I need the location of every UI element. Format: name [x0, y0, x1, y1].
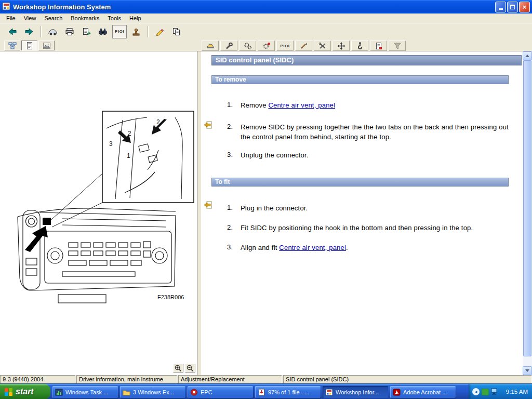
search-button[interactable]	[96, 25, 110, 38]
lift-button[interactable]	[351, 41, 368, 51]
status-category: Driver information, main instrume	[76, 375, 177, 383]
menu-view[interactable]: View	[20, 14, 41, 22]
menu-bar: File View Search Bookmarks Tools Help	[0, 14, 532, 23]
task-windows-explorer-group[interactable]: 3 Windows Ex...	[120, 386, 185, 398]
tray-network-icon[interactable]	[491, 388, 499, 396]
step-text-pre: Remove	[241, 101, 268, 109]
report-button[interactable]	[370, 41, 387, 51]
status-document: SID control panel (SIDC)	[283, 375, 532, 383]
adjustment-button[interactable]	[220, 41, 237, 51]
task-epc[interactable]: EPC	[188, 386, 253, 398]
export-document-button[interactable]	[79, 25, 94, 38]
document-icon	[82, 28, 91, 36]
move-button[interactable]	[332, 41, 350, 51]
side-pioi-button[interactable]: PIOI	[276, 41, 294, 51]
gear-alert-icon	[262, 42, 271, 50]
fit-step-3: 3. Align and fit Centre air vent, panel.	[227, 243, 518, 253]
minimize-button[interactable]	[495, 2, 506, 12]
app-icon	[2, 2, 10, 11]
svg-text:2: 2	[128, 130, 131, 137]
brush-button[interactable]	[295, 41, 312, 51]
step-text: Unplug the connector.	[241, 151, 518, 161]
toolbar-separator	[148, 26, 149, 37]
document-view-tab[interactable]	[21, 41, 37, 50]
step-text: Remove Centre air vent, panel	[241, 101, 518, 111]
task-adobe-acrobat[interactable]: Adobe Acrobat ...	[390, 386, 456, 398]
step-number: 2.	[227, 123, 241, 142]
windows-flag-icon	[5, 388, 12, 396]
menu-tools[interactable]: Tools	[103, 14, 125, 22]
task-label: Windows Task ...	[65, 389, 108, 395]
taskbar: start Windows Task ... 3 Windows Ex... E…	[0, 383, 532, 399]
vehicle-button[interactable]	[46, 25, 60, 38]
mechanism-button[interactable]	[239, 41, 256, 51]
image-view-tab[interactable]	[38, 41, 55, 50]
svg-text:3: 3	[109, 140, 113, 148]
close-button[interactable]: ×	[519, 2, 530, 12]
tools-button[interactable]	[314, 41, 331, 51]
tray-green-icon[interactable]	[482, 389, 489, 395]
scrollbar-thumb[interactable]	[523, 60, 531, 356]
task-label: Adobe Acrobat ...	[403, 389, 447, 395]
toolbar-separator	[41, 26, 42, 37]
move-icon	[337, 42, 345, 50]
return-arrow-icon	[204, 121, 212, 129]
section-to-remove: To remove	[211, 75, 509, 84]
start-label: start	[16, 387, 34, 396]
maximize-button[interactable]	[507, 2, 518, 12]
stamp-button[interactable]	[129, 25, 143, 38]
centre-air-vent-link[interactable]: Centre air vent, panel	[268, 101, 335, 109]
figure-drawing: 2 2 3 1	[0, 51, 197, 375]
status-operation: Adjustment/Replacement	[178, 375, 282, 383]
bookmark-marker[interactable]	[204, 121, 212, 129]
back-button[interactable]	[5, 25, 20, 38]
bookmark-marker[interactable]	[204, 201, 212, 209]
vehicle-icon	[48, 28, 58, 36]
gear-alert-button[interactable]	[258, 41, 275, 51]
remove-step-2: 2. Remove SIDC by pressing together the …	[227, 123, 518, 142]
brush-icon	[300, 42, 308, 50]
crossed-tools-icon	[318, 42, 327, 50]
task-windows-task-manager[interactable]: Windows Task ...	[52, 386, 118, 398]
wis-icon	[325, 389, 333, 396]
centre-air-vent-link[interactable]: Centre air vent, panel	[279, 244, 346, 251]
zoom-in-button[interactable]	[173, 364, 183, 373]
forward-button[interactable]	[22, 25, 36, 38]
content-area: 2 2 3 1	[0, 51, 532, 375]
safety-button[interactable]	[202, 41, 219, 51]
fit-step-1: 1. Plug in the connector.	[227, 204, 518, 214]
scroll-down-button[interactable]	[523, 366, 532, 375]
pioi-button[interactable]: PIOI	[112, 25, 127, 38]
zoom-out-button[interactable]	[185, 364, 195, 373]
scroll-up-button[interactable]	[523, 51, 532, 60]
menu-search[interactable]: Search	[40, 14, 66, 22]
start-button[interactable]: start	[0, 384, 50, 399]
step-number: 1.	[227, 101, 241, 111]
menu-help[interactable]: Help	[125, 14, 145, 22]
epc-icon	[190, 389, 198, 396]
step-number: 3.	[227, 243, 241, 253]
hide-icons-chevron[interactable]: ◄	[472, 388, 480, 395]
task-download[interactable]: 97% of 1 file - ...	[255, 386, 321, 398]
print-button[interactable]	[62, 25, 77, 38]
filter-button[interactable]	[389, 41, 406, 51]
copy-page-icon	[172, 28, 181, 36]
taskbar-clock[interactable]: 9:15 AM	[506, 389, 528, 395]
tree-view-tab[interactable]	[4, 41, 20, 50]
menu-bookmarks[interactable]: Bookmarks	[66, 14, 103, 22]
vertical-scrollbar[interactable]	[523, 51, 532, 375]
edit-button[interactable]	[153, 25, 167, 38]
return-arrow-icon	[204, 201, 212, 209]
system-tray: ◄ 9:15 AM	[469, 384, 532, 399]
task-workshop-information[interactable]: Workshop Infor...	[323, 386, 388, 398]
copy-note-button[interactable]	[169, 25, 184, 38]
main-toolbar: PIOI	[0, 23, 532, 39]
title-bar: Workshop Information System ×	[0, 0, 532, 14]
task-label: 97% of 1 file - ...	[268, 389, 309, 395]
svg-text:1: 1	[127, 152, 130, 159]
task-label: 3 Windows Ex...	[133, 389, 174, 395]
svg-text:2: 2	[156, 118, 160, 126]
binoculars-icon	[98, 28, 108, 36]
menu-file[interactable]: File	[2, 14, 20, 22]
document-title-bar: SID control panel (SIDC)	[211, 55, 522, 65]
